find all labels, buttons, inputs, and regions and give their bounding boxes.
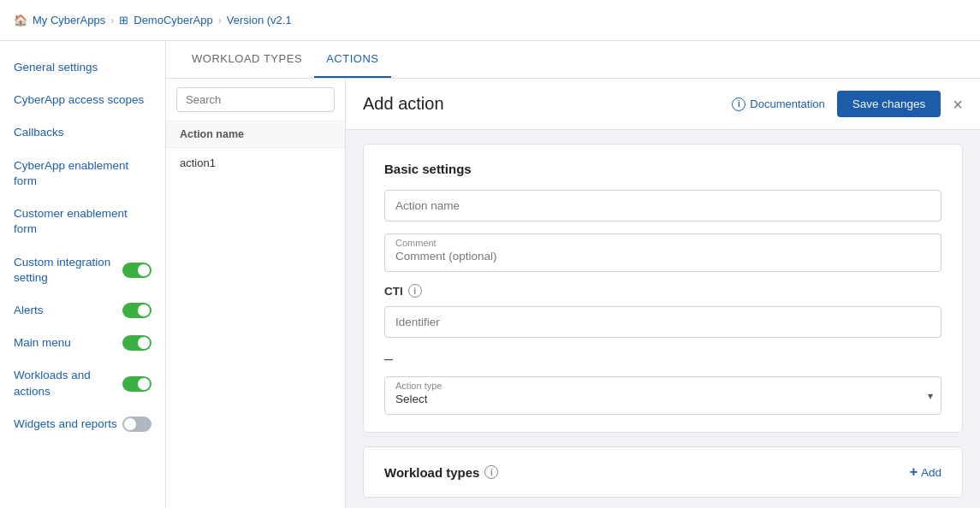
- tab-actions[interactable]: ACTIONS: [314, 41, 390, 78]
- breadcrumb-sep2: ›: [218, 15, 222, 27]
- sidebar: General settings CyberApp access scopes …: [0, 41, 166, 508]
- toggle-alerts[interactable]: [122, 303, 151, 318]
- action-name-field: [384, 190, 941, 222]
- grid-icon: ⊞: [119, 14, 128, 27]
- comment-input[interactable]: [384, 233, 941, 272]
- workload-types-card: Workload types i + Add: [363, 446, 963, 498]
- workload-types-info-icon: i: [484, 465, 498, 479]
- cti-info-icon: i: [408, 284, 422, 298]
- sidebar-item-callbacks[interactable]: Callbacks: [0, 116, 165, 149]
- breadcrumb-app[interactable]: DemoCyberApp: [134, 14, 213, 27]
- basic-settings-title: Basic settings: [384, 162, 941, 176]
- toggle-workloads-and-actions[interactable]: [122, 376, 151, 392]
- sidebar-item-cyberapp-access-scopes[interactable]: CyberApp access scopes: [0, 84, 165, 116]
- actions-panel: Action name action1: [166, 79, 346, 508]
- header-actions: i Documentation Save changes ×: [732, 91, 963, 117]
- sidebar-item-cyberapp-enablement-form[interactable]: CyberApp enablement form: [0, 150, 165, 198]
- add-label: Add: [921, 466, 941, 479]
- basic-settings-card: Basic settings Comment CTI: [363, 144, 963, 433]
- breadcrumb-home[interactable]: My CyberApps: [33, 14, 105, 27]
- sidebar-label-cyberapp-enablement-form: CyberApp enablement form: [14, 158, 151, 189]
- dash-separator: –: [384, 350, 941, 368]
- tab-workload-types[interactable]: WORKLOAD TYPES: [180, 41, 314, 78]
- identifier-field: [384, 306, 941, 338]
- comment-label: Comment: [395, 238, 437, 248]
- sidebar-label-workloads-and-actions: Workloads and actions: [14, 368, 122, 399]
- home-icon: 🏠: [14, 14, 27, 27]
- add-action-header: Add action i Documentation Save changes …: [346, 79, 980, 130]
- workload-types-title-wrap: Workload types i: [384, 465, 498, 480]
- toggle-widgets-and-reports[interactable]: [122, 416, 151, 432]
- action-name-column-header: Action name: [166, 121, 345, 148]
- add-action-panel: Add action i Documentation Save changes …: [346, 79, 980, 508]
- sidebar-label-widgets-and-reports: Widgets and reports: [14, 416, 117, 432]
- toggle-custom-integration-setting[interactable]: [122, 263, 151, 278]
- action-row[interactable]: action1: [166, 148, 345, 178]
- save-changes-button[interactable]: Save changes: [837, 91, 941, 117]
- main-content: WORKLOAD TYPES ACTIONS Action name actio…: [166, 41, 980, 508]
- panels: Action name action1 Add action i Documen…: [166, 79, 980, 508]
- action-type-label: Action type: [395, 381, 442, 391]
- plus-icon: +: [910, 464, 918, 480]
- sidebar-item-alerts[interactable]: Alerts: [0, 294, 165, 327]
- top-bar: 🏠 My CyberApps › ⊞ DemoCyberApp › Versio…: [0, 0, 980, 41]
- identifier-input[interactable]: [384, 306, 941, 338]
- sidebar-item-custom-integration-setting[interactable]: Custom integration setting: [0, 246, 165, 294]
- workload-types-header: Workload types i + Add: [384, 464, 941, 480]
- search-wrap: [166, 79, 345, 121]
- action-type-field: Action type Select ▾: [384, 376, 941, 415]
- sidebar-label-general-settings: General settings: [14, 60, 98, 75]
- breadcrumb-version[interactable]: Version (v2.1: [227, 14, 292, 27]
- search-input[interactable]: [176, 87, 335, 112]
- sidebar-label-callbacks: Callbacks: [14, 125, 64, 140]
- comment-field: Comment: [384, 233, 941, 272]
- sidebar-label-cyberapp-access-scopes: CyberApp access scopes: [14, 92, 144, 108]
- breadcrumb-sep1: ›: [110, 15, 114, 27]
- main-layout: General settings CyberApp access scopes …: [0, 41, 980, 508]
- cti-row: CTI i: [384, 284, 941, 298]
- sidebar-label-custom-integration-setting: Custom integration setting: [14, 255, 122, 286]
- sidebar-label-main-menu: Main menu: [14, 335, 71, 351]
- action-type-select[interactable]: Select: [384, 376, 941, 415]
- sidebar-item-main-menu[interactable]: Main menu: [0, 327, 165, 359]
- workload-types-title: Workload types: [384, 465, 479, 480]
- sidebar-label-alerts: Alerts: [14, 303, 44, 318]
- sidebar-label-customer-enablement-form: Customer enablement form: [14, 206, 151, 237]
- action-name-input[interactable]: [384, 190, 941, 222]
- breadcrumb: 🏠 My CyberApps › ⊞ DemoCyberApp › Versio…: [14, 14, 292, 27]
- tabs-bar: WORKLOAD TYPES ACTIONS: [166, 41, 980, 79]
- documentation-link[interactable]: i Documentation: [732, 97, 824, 111]
- toggle-main-menu[interactable]: [122, 335, 151, 351]
- cti-label: CTI: [384, 285, 403, 298]
- sidebar-item-general-settings[interactable]: General settings: [0, 51, 165, 84]
- add-action-title: Add action: [363, 94, 444, 114]
- sidebar-item-widgets-and-reports[interactable]: Widgets and reports: [0, 408, 165, 440]
- sidebar-item-customer-enablement-form[interactable]: Customer enablement form: [0, 198, 165, 245]
- add-workload-type-button[interactable]: + Add: [910, 464, 941, 480]
- add-action-content: Basic settings Comment CTI: [346, 130, 980, 508]
- close-button[interactable]: ×: [953, 96, 963, 113]
- info-circle-icon: i: [732, 97, 745, 111]
- sidebar-item-workloads-and-actions[interactable]: Workloads and actions: [0, 359, 165, 407]
